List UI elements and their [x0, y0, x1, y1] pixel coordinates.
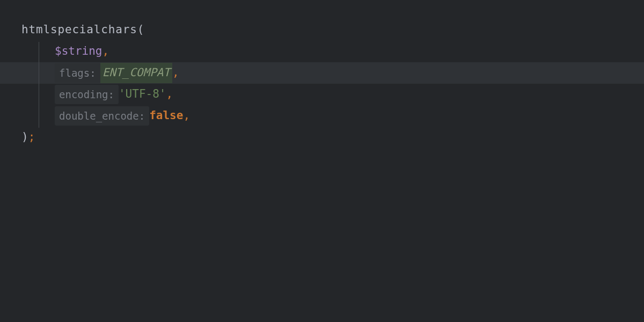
parameter-hint: double_encode:: [55, 106, 149, 126]
code-line: double_encode: false,: [21, 105, 644, 127]
code-line: $string,: [21, 41, 644, 62]
code-line: encoding: 'UTF-8',: [21, 84, 644, 105]
function-name: htmlspecialchars: [21, 20, 137, 40]
code-line: );: [21, 127, 644, 148]
code-line-highlighted: flags: ENT_COMPAT,: [21, 62, 644, 84]
code-editor[interactable]: htmlspecialchars( $string, flags: ENT_CO…: [0, 0, 644, 148]
open-paren: (: [137, 20, 144, 40]
comma-token: ,: [172, 63, 179, 83]
string-token: 'UTF-8': [119, 84, 166, 105]
comma-token: ,: [166, 84, 173, 105]
keyword-token: false: [149, 106, 183, 126]
constant-token: ENT_COMPAT: [100, 63, 172, 83]
close-paren: ): [21, 127, 28, 148]
variable-token: $string: [55, 41, 103, 62]
comma-token: ,: [103, 41, 109, 62]
comma-token: ,: [183, 106, 190, 126]
semicolon-token: ;: [28, 127, 35, 148]
parameter-hint: flags:: [55, 63, 100, 83]
code-line: htmlspecialchars(: [21, 19, 644, 41]
parameter-hint: encoding:: [55, 85, 119, 104]
